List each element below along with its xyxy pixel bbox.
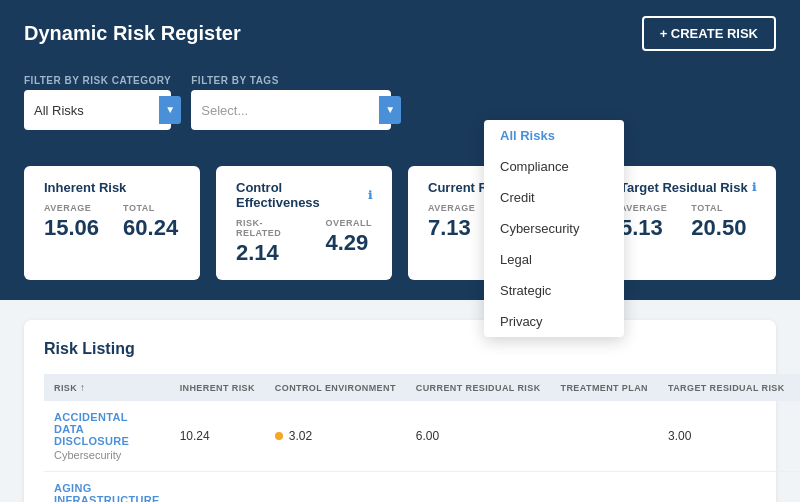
table-row: AGING INFRASTRUCTURE LEADS TO EXTENDED O… <box>44 472 800 503</box>
th-target-residual: TARGET RESIDUAL RISK <box>658 374 795 401</box>
app-header: Dynamic Risk Register + CREATE RISK <box>0 0 800 67</box>
stat-numbers-control: RISK-RELATED 2.14 OVERALL 4.29 <box>236 218 372 266</box>
stat-numbers-target-residual: AVERAGE 5.13 TOTAL 20.50 <box>620 203 756 241</box>
dropdown-item-compliance[interactable]: Compliance <box>484 151 624 182</box>
stat-card-inherent-risk: Inherent Risk AVERAGE 15.06 TOTAL 60.24 <box>24 166 200 280</box>
control-value: 3.02 <box>289 429 312 443</box>
th-control-environment: CONTROL ENVIRONMENT <box>265 374 406 401</box>
dropdown-item-strategic[interactable]: Strategic <box>484 275 624 306</box>
risk-name-cell: ACCIDENTAL DATA DISCLOSURE Cybersecurity <box>44 401 170 472</box>
tags-filter-group: FILTER BY TAGS Select... ▼ <box>191 75 391 130</box>
risk-name-link[interactable]: ACCIDENTAL DATA DISCLOSURE <box>54 411 160 447</box>
dropdown-item-all-risks[interactable]: All Risks <box>484 120 624 151</box>
table-header-row: RISK ↑ INHERENT RISK CONTROL ENVIRONMENT… <box>44 374 800 401</box>
target-residual-info-icon[interactable]: ℹ <box>752 181 756 194</box>
inherent-risk-cell: - <box>170 472 265 503</box>
control-environment-cell: 3.02 <box>265 401 406 472</box>
risk-sort-arrow[interactable]: ↑ <box>80 382 85 393</box>
stat-col-avg: AVERAGE 15.06 <box>44 203 99 241</box>
tags-filter-label: FILTER BY TAGS <box>191 75 391 86</box>
stat-col-overall: OVERALL 4.29 <box>325 218 372 266</box>
risk-category: Cybersecurity <box>54 449 160 461</box>
category-filter-select[interactable]: All Risks ▼ <box>24 90 171 130</box>
risk-listing-card: Risk Listing RISK ↑ INHERENT RISK CONTRO… <box>24 320 776 502</box>
target-residual-cell: 3.00 <box>658 401 795 472</box>
th-current-residual: CURRENT RESIDUAL RISK <box>406 374 551 401</box>
create-risk-button[interactable]: + CREATE RISK <box>642 16 776 51</box>
stat-title-inherent-risk: Inherent Risk <box>44 180 180 195</box>
main-content: Risk Listing RISK ↑ INHERENT RISK CONTRO… <box>0 300 800 502</box>
dropdown-item-privacy[interactable]: Privacy <box>484 306 624 337</box>
control-dot <box>275 432 283 440</box>
dropdown-item-credit[interactable]: Credit <box>484 182 624 213</box>
th-inherent-risk: INHERENT RISK <box>170 374 265 401</box>
target-residual-cell: - <box>658 472 795 503</box>
category-selected-value: All Risks <box>34 103 151 118</box>
category-dropdown-menu: All Risks Compliance Credit Cybersecurit… <box>484 120 624 337</box>
dropdown-item-legal[interactable]: Legal <box>484 244 624 275</box>
app-title: Dynamic Risk Register <box>24 22 241 45</box>
table-row: ACCIDENTAL DATA DISCLOSURE Cybersecurity… <box>44 401 800 472</box>
current-residual-cell: - <box>406 472 551 503</box>
stat-card-target-residual: Target Residual Risk ℹ AVERAGE 5.13 TOTA… <box>600 166 776 280</box>
current-residual-cell: 6.00 <box>406 401 551 472</box>
stat-title-target-residual: Target Residual Risk ℹ <box>620 180 756 195</box>
control-environment-cell: 0.00 <box>265 472 406 503</box>
filter-bar: FILTER BY RISK CATEGORY All Risks ▼ FILT… <box>0 67 800 146</box>
tags-filter-select[interactable]: Select... ▼ <box>191 90 391 130</box>
strategy-cell: Mitigate <box>795 472 800 503</box>
category-filter-label: FILTER BY RISK CATEGORY <box>24 75 171 86</box>
treatment-plan-cell <box>551 401 658 472</box>
control-val: 3.02 <box>275 429 396 443</box>
stat-col-risk-related: RISK-RELATED 2.14 <box>236 218 301 266</box>
treatment-plan-cell: Active <box>551 472 658 503</box>
stat-title-control-effectiveness: Control Effectiveness ℹ <box>236 180 372 210</box>
stat-col-target-total: TOTAL 20.50 <box>691 203 746 241</box>
risk-name-link[interactable]: AGING INFRASTRUCTURE LEADS TO EXTENDED O… <box>54 482 160 502</box>
inherent-risk-cell: 10.24 <box>170 401 265 472</box>
stat-numbers-inherent-risk: AVERAGE 15.06 TOTAL 60.24 <box>44 203 180 241</box>
stat-col-total: TOTAL 60.24 <box>123 203 178 241</box>
risk-listing-title: Risk Listing <box>44 340 756 358</box>
category-filter-group: FILTER BY RISK CATEGORY All Risks ▼ <box>24 75 171 130</box>
th-treatment-plan: TREATMENT PLAN <box>551 374 658 401</box>
strategy-cell: Mitigate <box>795 401 800 472</box>
tags-dropdown-arrow[interactable]: ▼ <box>379 96 401 124</box>
stat-col-current-avg: AVERAGE 7.13 <box>428 203 475 241</box>
control-effectiveness-info-icon[interactable]: ℹ <box>368 189 372 202</box>
tags-placeholder-value: Select... <box>201 103 371 118</box>
stat-col-target-avg: AVERAGE 5.13 <box>620 203 667 241</box>
stats-row: Inherent Risk AVERAGE 15.06 TOTAL 60.24 … <box>0 146 800 300</box>
dropdown-item-cybersecurity[interactable]: Cybersecurity <box>484 213 624 244</box>
risk-table: RISK ↑ INHERENT RISK CONTROL ENVIRONMENT… <box>44 374 800 502</box>
th-risk[interactable]: RISK ↑ <box>44 374 170 401</box>
category-dropdown-arrow[interactable]: ▼ <box>159 96 181 124</box>
stat-card-control-effectiveness: Control Effectiveness ℹ RISK-RELATED 2.1… <box>216 166 392 280</box>
th-strategy: STRATEGY <box>795 374 800 401</box>
risk-name-cell: AGING INFRASTRUCTURE LEADS TO EXTENDED O… <box>44 472 170 503</box>
